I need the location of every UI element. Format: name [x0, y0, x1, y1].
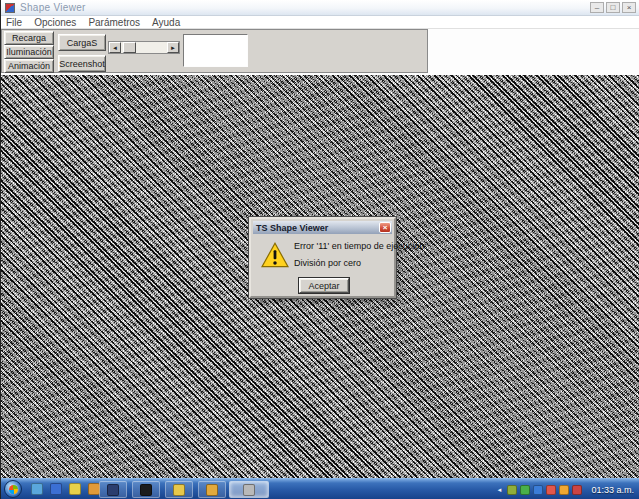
scrollbar-track[interactable]: [121, 42, 167, 53]
start-button[interactable]: [4, 480, 22, 498]
taskbar-app-4[interactable]: [198, 481, 226, 498]
taskbar: ◄ 01:33 a.m.: [1, 478, 639, 499]
app-icon: [5, 3, 15, 13]
tray-icon-3[interactable]: [533, 485, 543, 495]
taskbar-app-3[interactable]: [165, 481, 193, 498]
scroll-right-icon[interactable]: ►: [167, 42, 179, 53]
screenshot-button[interactable]: Screenshot: [58, 55, 106, 72]
taskbar-app-2-icon: [140, 484, 152, 496]
tray-icon-5[interactable]: [559, 485, 569, 495]
quick-launch-3-icon[interactable]: [69, 483, 81, 495]
tray-icon-2[interactable]: [520, 485, 530, 495]
window-titlebar: Shape Viewer – □ ×: [1, 0, 639, 16]
preview-box: [183, 34, 248, 67]
scrollbar-thumb[interactable]: [123, 42, 136, 53]
iluminacion-button[interactable]: Iluminación: [4, 45, 54, 59]
toolbar-panel: Recarga Iluminación Animación CargaS Scr…: [1, 29, 428, 73]
menu-ayuda[interactable]: Ayuda: [152, 17, 180, 28]
quick-launch: [31, 483, 100, 495]
taskbar-app-active-icon: [243, 484, 255, 496]
window-title: Shape Viewer: [20, 2, 86, 13]
taskbar-app-2[interactable]: [132, 481, 160, 498]
dialog-titlebar[interactable]: TS Shape Viewer ×: [253, 221, 392, 234]
dialog-close-icon[interactable]: ×: [379, 222, 391, 233]
window-controls: – □ ×: [590, 2, 636, 13]
aceptar-button[interactable]: Aceptar: [299, 278, 349, 293]
taskbar-app-1-icon: [107, 484, 119, 496]
tray-icon-6[interactable]: [572, 485, 582, 495]
error-message-line1: Error '11' en tiempo de ejecución:: [294, 241, 427, 251]
taskbar-app-3-icon: [173, 484, 185, 496]
tray-icon-4[interactable]: [546, 485, 556, 495]
taskbar-app-1[interactable]: [99, 481, 127, 498]
recarga-button[interactable]: Recarga: [4, 31, 54, 45]
menu-file[interactable]: File: [6, 17, 22, 28]
menu-parametros[interactable]: Parámetros: [88, 17, 140, 28]
tray-icon-1[interactable]: [507, 485, 517, 495]
menu-opciones[interactable]: Opciones: [34, 17, 76, 28]
horizontal-scrollbar[interactable]: ◄ ►: [108, 41, 180, 54]
animacion-button[interactable]: Animación: [4, 59, 54, 73]
tray-expand-icon[interactable]: ◄: [495, 487, 505, 493]
windows-logo-icon: [9, 485, 18, 494]
restore-icon[interactable]: □: [606, 2, 620, 13]
system-tray: ◄ 01:33 a.m.: [495, 479, 638, 499]
error-dialog: TS Shape Viewer × Error '11' en tiempo d…: [249, 217, 396, 298]
application-window: Shape Viewer – □ × File Opciones Parámet…: [0, 0, 639, 499]
taskbar-app-4-icon: [206, 484, 218, 496]
error-message-line2: División por cero: [294, 258, 361, 268]
close-icon[interactable]: ×: [622, 2, 636, 13]
warning-icon: [261, 242, 289, 268]
quick-launch-1-icon[interactable]: [31, 483, 43, 495]
taskbar-app-active[interactable]: [229, 481, 269, 498]
scroll-left-icon[interactable]: ◄: [109, 42, 121, 53]
cargas-button[interactable]: CargaS: [58, 34, 106, 51]
toolbar-row: Recarga Iluminación Animación CargaS Scr…: [1, 29, 639, 74]
taskbar-clock[interactable]: 01:33 a.m.: [585, 485, 638, 495]
dialog-title: TS Shape Viewer: [256, 223, 328, 233]
quick-launch-2-icon[interactable]: [50, 483, 62, 495]
minimize-icon[interactable]: –: [590, 2, 604, 13]
menu-bar: File Opciones Parámetros Ayuda: [1, 17, 639, 29]
